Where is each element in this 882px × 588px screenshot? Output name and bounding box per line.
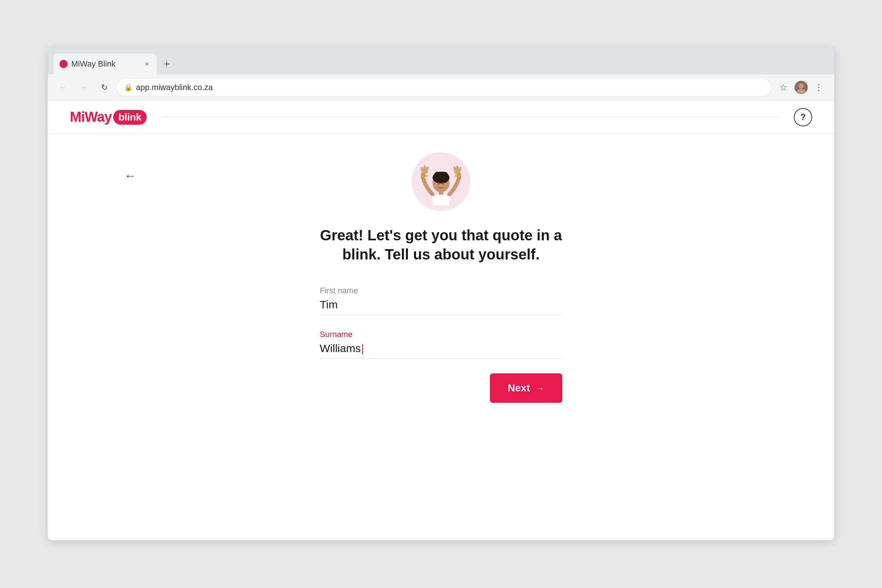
svg-point-8 — [438, 182, 440, 184]
bookmark-button[interactable]: ☆ — [776, 80, 792, 96]
svg-point-9 — [442, 182, 444, 184]
menu-button[interactable]: ⋮ — [811, 80, 827, 96]
main-content: ← — [48, 134, 834, 540]
browser-window: MiWay Blink × + ← → ↻ 🔒 app.miwayblink.c… — [48, 48, 834, 540]
tab-title: MiWay Blink — [71, 59, 140, 69]
header-divider — [161, 117, 779, 117]
new-tab-button[interactable]: + — [156, 54, 177, 74]
surname-value[interactable]: Williams — [320, 342, 562, 358]
svg-point-7 — [440, 172, 448, 179]
svg-rect-20 — [454, 175, 459, 177]
back-button[interactable]: ← — [55, 80, 71, 96]
character-svg — [415, 152, 467, 211]
page: MiWay blink ? ← — [48, 101, 834, 540]
refresh-button[interactable]: ↻ — [96, 80, 112, 96]
surname-group: Surname Williams — [320, 330, 562, 358]
tab-close-button[interactable]: × — [143, 58, 151, 70]
svg-point-13 — [423, 165, 426, 170]
first-name-value[interactable]: Tim — [320, 298, 562, 315]
user-form: First name Tim Surname Williams Next → — [320, 286, 562, 403]
url-text: app.miwayblink.co.za — [136, 82, 764, 92]
browser-toolbar: ← → ↻ 🔒 app.miwayblink.co.za ☆ — [48, 74, 834, 101]
logo: MiWay blink — [70, 109, 147, 125]
page-heading: Great! Let's get you that quote in a bli… — [320, 226, 562, 264]
character-illustration — [412, 152, 470, 211]
next-button-label: Next — [507, 382, 530, 394]
first-name-group: First name Tim — [320, 286, 562, 315]
user-avatar — [795, 81, 808, 94]
forward-button[interactable]: → — [76, 80, 92, 96]
help-button[interactable]: ? — [794, 108, 812, 126]
next-button[interactable]: Next → — [490, 374, 562, 403]
svg-point-17 — [456, 165, 459, 170]
svg-rect-19 — [423, 175, 427, 177]
svg-point-1 — [799, 83, 804, 88]
address-bar[interactable]: 🔒 app.miwayblink.co.za — [117, 79, 771, 96]
logo-blink: blink — [113, 110, 147, 124]
lock-icon: 🔒 — [124, 83, 132, 92]
logo-miway: MiWay — [70, 109, 112, 125]
toolbar-actions: ☆ ⋮ — [776, 80, 827, 96]
next-arrow-icon: → — [535, 382, 544, 394]
active-tab[interactable]: MiWay Blink × — [54, 54, 156, 74]
tab-favicon — [60, 60, 68, 68]
app-header: MiWay blink ? — [48, 101, 834, 134]
tab-bar: MiWay Blink × + — [48, 48, 834, 74]
surname-label: Surname — [320, 330, 562, 339]
first-name-label: First name — [320, 286, 562, 296]
back-nav-button[interactable]: ← — [121, 167, 139, 184]
